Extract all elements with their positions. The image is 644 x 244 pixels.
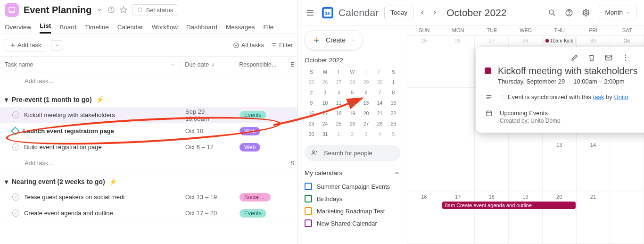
view-switch[interactable]: Month bbox=[599, 6, 636, 19]
mini-day[interactable]: 3 bbox=[359, 129, 373, 139]
tab-files[interactable]: File bbox=[263, 24, 273, 34]
col-extra[interactable]: E bbox=[290, 61, 294, 68]
month-cell[interactable]: 13 bbox=[543, 140, 577, 192]
month-cell[interactable]: 16 bbox=[407, 192, 441, 244]
month-cell[interactable]: 20 bbox=[543, 192, 577, 244]
mini-day[interactable]: 11 bbox=[332, 98, 346, 108]
mini-day[interactable]: 8 bbox=[387, 87, 400, 98]
add-task-button[interactable]: Add task bbox=[5, 39, 46, 51]
mini-day[interactable]: 2 bbox=[346, 129, 359, 139]
mini-day[interactable]: 19 bbox=[346, 108, 359, 118]
task-row[interactable]: Tease guest speakers on social medi Oct … bbox=[0, 189, 297, 205]
next-icon[interactable] bbox=[431, 9, 438, 16]
mini-day[interactable]: 3 bbox=[318, 87, 332, 98]
add-task-dropdown[interactable] bbox=[51, 40, 63, 50]
month-cell[interactable] bbox=[407, 88, 441, 140]
mini-day[interactable]: 29 bbox=[387, 118, 400, 129]
mail-icon[interactable] bbox=[604, 53, 613, 62]
mini-day[interactable]: 25 bbox=[332, 118, 346, 129]
month-cell[interactable] bbox=[509, 140, 543, 192]
month-cell[interactable] bbox=[441, 88, 475, 140]
col-task-name[interactable]: Task name bbox=[5, 61, 33, 68]
mini-day[interactable]: 25 bbox=[305, 77, 318, 87]
help-icon[interactable] bbox=[565, 8, 573, 17]
tab-timeline[interactable]: Timeline bbox=[85, 24, 109, 34]
task-row[interactable]: Create event agenda and outline Oct 17 –… bbox=[0, 205, 297, 221]
close-icon[interactable] bbox=[642, 53, 644, 62]
star-icon[interactable] bbox=[120, 6, 127, 14]
task-row[interactable]: Build event registration page Oct 6 – 12… bbox=[0, 139, 297, 155]
mini-day[interactable]: 1 bbox=[332, 129, 346, 139]
tab-workflow[interactable]: Workflow bbox=[152, 24, 178, 34]
mini-day[interactable]: 10 bbox=[318, 98, 332, 108]
mini-day[interactable]: 4 bbox=[332, 87, 346, 98]
mini-day[interactable]: 30 bbox=[373, 77, 387, 87]
month-cell[interactable]: 26 bbox=[441, 36, 475, 88]
mini-day[interactable]: 14 bbox=[373, 98, 387, 108]
month-cell[interactable] bbox=[407, 140, 441, 192]
mini-day[interactable]: 24 bbox=[318, 118, 332, 129]
mini-day[interactable]: 27 bbox=[332, 77, 346, 87]
mini-day[interactable]: 4 bbox=[373, 129, 387, 139]
more-icon[interactable] bbox=[621, 53, 630, 62]
event-chip-kickoff[interactable]: 10am Kick bbox=[544, 37, 576, 44]
mini-day[interactable]: 6 bbox=[359, 87, 373, 98]
mini-day[interactable]: 7 bbox=[373, 87, 387, 98]
calendar-item[interactable]: Summer Campaign Events bbox=[305, 180, 400, 193]
status-circle-icon[interactable] bbox=[12, 210, 19, 217]
month-cell[interactable]: 19 bbox=[509, 192, 543, 244]
unito-link[interactable]: Unito bbox=[614, 93, 628, 101]
mini-day[interactable]: 20 bbox=[359, 108, 373, 118]
edit-icon[interactable] bbox=[570, 53, 579, 62]
mini-day[interactable]: 28 bbox=[373, 118, 387, 129]
task-row[interactable]: Kickoff meeting with stakeholders Sep 29… bbox=[0, 107, 297, 123]
event-bar-agenda[interactable]: 8am Create event agenda and outline bbox=[442, 202, 576, 209]
calendar-item[interactable]: New Shared Calendar bbox=[305, 217, 400, 229]
status-circle-icon[interactable] bbox=[12, 143, 19, 151]
section-nearing-event[interactable]: ▾ Nearing event (2 weeks to go) ⚡ bbox=[0, 171, 297, 189]
mini-day[interactable]: 28 bbox=[346, 77, 359, 87]
mini-day[interactable]: 18 bbox=[332, 108, 346, 118]
mini-day[interactable]: 26 bbox=[318, 77, 332, 87]
filter-button[interactable]: Filter bbox=[271, 42, 293, 49]
prev-icon[interactable] bbox=[419, 9, 426, 16]
mini-day[interactable]: 12 bbox=[346, 98, 359, 108]
task-link[interactable]: task bbox=[593, 93, 604, 101]
mini-day[interactable]: 5 bbox=[346, 87, 359, 98]
section-pre-event[interactable]: ▾ Pre-event (1 month to go) ⚡ bbox=[0, 89, 297, 107]
mini-day[interactable]: 15 bbox=[387, 98, 400, 108]
month-cell[interactable] bbox=[610, 192, 644, 244]
mini-day[interactable]: 23 bbox=[305, 118, 318, 129]
mini-day[interactable]: 16 bbox=[305, 108, 318, 118]
set-status-button[interactable]: Set status bbox=[132, 4, 178, 16]
calendar-item[interactable]: Birthdays bbox=[305, 193, 400, 205]
mini-day[interactable]: 21 bbox=[373, 108, 387, 118]
mini-day[interactable]: 31 bbox=[318, 129, 332, 139]
checkbox-icon[interactable] bbox=[305, 207, 312, 215]
create-button[interactable]: Create bbox=[305, 30, 363, 50]
mini-day[interactable]: 5 bbox=[387, 129, 400, 139]
all-tasks-toggle[interactable]: All tasks bbox=[233, 42, 264, 49]
calendar-item[interactable]: Marketing Roadmap Test bbox=[305, 205, 400, 217]
tab-calendar[interactable]: Calendar bbox=[117, 24, 143, 34]
my-calendars-header[interactable]: My calendars bbox=[305, 169, 400, 177]
month-cell[interactable]: 25 bbox=[407, 36, 441, 88]
info-icon[interactable] bbox=[107, 6, 115, 14]
status-circle-icon[interactable] bbox=[12, 194, 19, 201]
status-circle-icon[interactable] bbox=[12, 111, 19, 118]
month-cell[interactable]: 21 bbox=[577, 192, 611, 244]
mini-day[interactable]: 29 bbox=[359, 77, 373, 87]
tab-overview[interactable]: Overview bbox=[5, 24, 31, 34]
trash-icon[interactable] bbox=[587, 53, 596, 62]
mini-day[interactable]: 9 bbox=[305, 98, 318, 108]
checkbox-icon[interactable] bbox=[305, 219, 312, 227]
add-task-row[interactable]: Add task... bbox=[0, 160, 180, 167]
col-responsible[interactable]: Responsible... bbox=[239, 61, 276, 68]
month-cell[interactable] bbox=[441, 140, 475, 192]
add-task-row-top[interactable]: Add task... bbox=[0, 77, 181, 84]
mini-day[interactable]: 26 bbox=[346, 118, 359, 129]
today-button[interactable]: Today bbox=[384, 6, 413, 19]
mini-day[interactable]: 13 bbox=[359, 98, 373, 108]
task-row[interactable]: Launch event registration page Oct 10 We… bbox=[0, 123, 297, 139]
mini-day[interactable]: 17 bbox=[318, 108, 332, 118]
